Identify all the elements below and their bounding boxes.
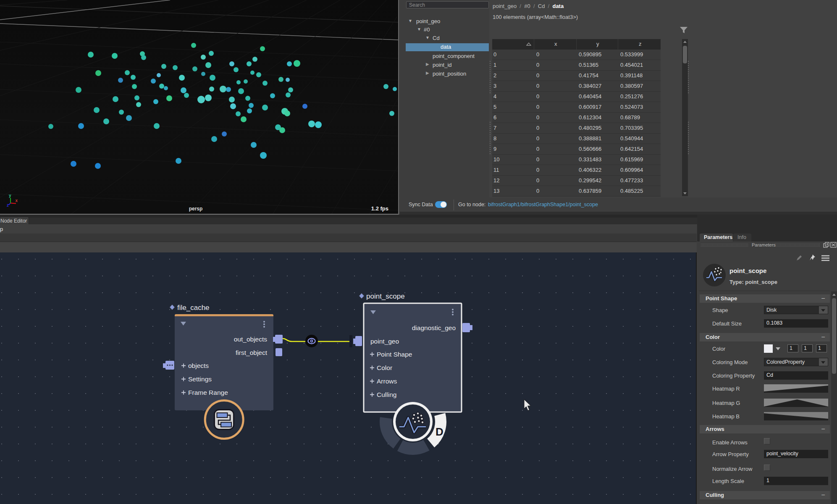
svg-text:x: x	[16, 198, 18, 203]
svg-text:point_geo: point_geo	[370, 338, 399, 345]
svg-text:y: y	[9, 193, 11, 198]
svg-text:Color: Color	[377, 364, 392, 371]
svg-text:Culling: Culling	[377, 391, 396, 398]
svg-text:objects: objects	[188, 362, 209, 369]
svg-text:file_cache: file_cache	[177, 304, 210, 312]
svg-text:diagnostic_geo: diagnostic_geo	[412, 324, 456, 331]
svg-text:1.2 fps: 1.2 fps	[371, 205, 388, 212]
svg-text:Frame Range: Frame Range	[188, 389, 228, 396]
svg-text:first_object: first_object	[236, 349, 268, 356]
svg-text:z: z	[7, 203, 9, 207]
svg-text:D: D	[436, 425, 443, 438]
svg-text:out_objects: out_objects	[234, 336, 268, 343]
svg-text:Settings: Settings	[188, 375, 212, 383]
svg-text:Point Shape: Point Shape	[377, 351, 412, 358]
svg-text:point_scope: point_scope	[366, 292, 405, 300]
svg-text:Arrows: Arrows	[377, 378, 397, 385]
svg-text:persp: persp	[189, 206, 203, 212]
